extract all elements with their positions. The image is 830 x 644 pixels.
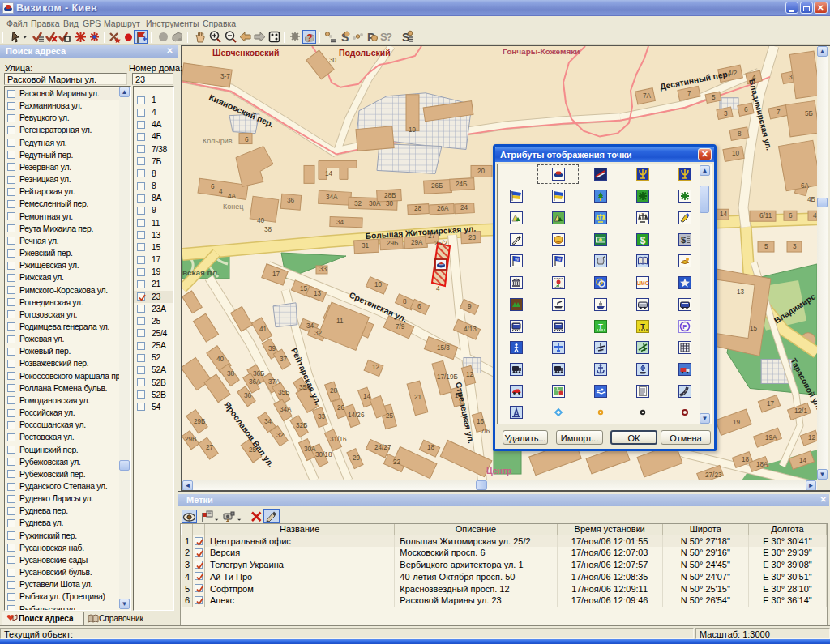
svg-text:P: P	[682, 323, 687, 331]
svg-text:W: W	[557, 257, 562, 262]
svg-text:?: ?	[642, 212, 644, 217]
svg-text:?: ?	[306, 32, 312, 44]
svg-text:W: W	[515, 257, 520, 262]
svg-text:$: $	[681, 235, 686, 245]
svg-text:?: ?	[386, 31, 392, 43]
svg-text:$: $	[640, 235, 646, 246]
svg-text:UMC: UMC	[637, 280, 649, 286]
